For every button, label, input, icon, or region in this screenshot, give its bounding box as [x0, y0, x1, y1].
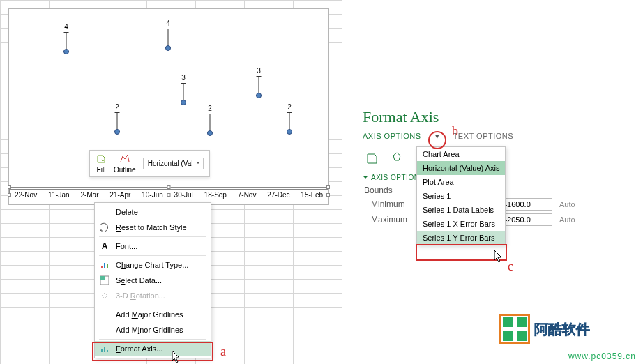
- cursor-icon-c: [494, 250, 504, 264]
- chart-element-option[interactable]: Series 1: [417, 189, 505, 203]
- chart-element-option[interactable]: Chart Area: [417, 147, 505, 161]
- data-point[interactable]: [181, 100, 186, 105]
- ctx-select-data[interactable]: Select Data...: [95, 273, 211, 288]
- chart-element-list: Chart AreaHorizontal (Value) AxisPlot Ar…: [416, 146, 506, 245]
- ctx-font[interactable]: A Font...: [95, 238, 211, 254]
- chart-element-option[interactable]: Horizontal (Value) Axis: [417, 161, 505, 175]
- chart-element-dropdown[interactable]: Horizontal (Val: [143, 158, 204, 169]
- tab-axis-options[interactable]: AXIS OPTIONS: [363, 132, 421, 141]
- annotation-box-c: [416, 244, 507, 261]
- fill-line-icon[interactable]: [363, 149, 381, 167]
- logo-icon: [499, 314, 530, 344]
- data-label[interactable]: 3: [181, 74, 186, 82]
- fill-icon: [96, 153, 107, 165]
- data-point[interactable]: [256, 93, 262, 98]
- svg-rect-0: [101, 266, 103, 268]
- data-label[interactable]: 4: [166, 20, 170, 27]
- ctx-reset-match-style[interactable]: Reset to Match Style: [95, 220, 211, 235]
- max-input[interactable]: [499, 213, 552, 226]
- ctx-change-chart-type[interactable]: Change Chart Type...: [95, 257, 211, 273]
- svg-rect-5: [101, 349, 103, 352]
- options-dropdown-caret[interactable]: ▾: [435, 132, 439, 141]
- data-label[interactable]: 2: [208, 105, 212, 112]
- ctx-delete[interactable]: Delete: [95, 204, 211, 220]
- svg-rect-6: [104, 347, 105, 352]
- data-label[interactable]: 4: [64, 23, 68, 31]
- effects-icon[interactable]: [388, 149, 406, 167]
- context-menu: Delete Reset to Match Style A Font... Ch…: [94, 202, 211, 358]
- max-auto[interactable]: Auto: [559, 215, 575, 224]
- outline-button[interactable]: Outline: [114, 153, 136, 174]
- outline-label: Outline: [114, 166, 136, 174]
- tab-text-options[interactable]: TEXT OPTIONS: [453, 132, 513, 141]
- min-auto[interactable]: Auto: [559, 200, 575, 208]
- mini-format-toolbar: Fill Outline Horizontal (Val: [89, 150, 210, 177]
- ctx-add-major-gridlines[interactable]: Add Major Gridlines: [95, 307, 211, 322]
- svg-rect-7: [107, 350, 108, 352]
- chart-element-option[interactable]: Series 1 X Error Bars: [417, 217, 505, 231]
- watermark-logo: 阿酷软件: [499, 308, 639, 350]
- data-label[interactable]: 2: [287, 103, 292, 111]
- max-label: Maximum: [363, 215, 409, 225]
- ctx-format-axis[interactable]: Format Axis...: [95, 341, 211, 356]
- chart-element-option[interactable]: Series 1 Y Error Bars: [417, 231, 505, 245]
- ctx-add-minor-gridlines[interactable]: Add Minor Gridlines: [95, 322, 211, 338]
- logo-url: www.pc0359.cn: [568, 351, 636, 361]
- font-icon: A: [99, 241, 110, 252]
- logo-text: 阿酷软件: [534, 320, 590, 339]
- chart-type-icon: [99, 259, 110, 271]
- data-point[interactable]: [207, 130, 213, 136]
- fill-label: Fill: [97, 166, 106, 174]
- svg-rect-2: [107, 264, 108, 268]
- outline-icon: [119, 153, 130, 165]
- ctx-3d-rotation: 3-D Rotation...: [95, 288, 211, 303]
- annotation-c: c: [508, 259, 513, 274]
- format-axis-icon: [99, 343, 110, 354]
- data-label[interactable]: 2: [115, 103, 119, 111]
- fill-button[interactable]: Fill: [96, 153, 107, 174]
- data-point[interactable]: [63, 49, 69, 54]
- annotation-a: a: [220, 344, 226, 359]
- annotation-b: b: [452, 124, 458, 139]
- chart-element-option[interactable]: Series 1 Data Labels: [417, 203, 505, 217]
- reset-icon: [99, 222, 110, 233]
- min-input[interactable]: [499, 198, 552, 211]
- chart-element-option[interactable]: Plot Area: [417, 175, 505, 189]
- min-label: Minimum: [363, 199, 409, 209]
- data-label[interactable]: 3: [257, 67, 261, 75]
- pane-title: Format Axis: [363, 108, 628, 126]
- data-point[interactable]: [287, 129, 292, 135]
- rotate-3d-icon: [99, 290, 110, 301]
- data-point[interactable]: [114, 129, 120, 135]
- svg-rect-1: [104, 263, 105, 268]
- data-point[interactable]: [165, 45, 171, 51]
- select-data-icon: [99, 275, 110, 286]
- svg-rect-4: [100, 276, 105, 280]
